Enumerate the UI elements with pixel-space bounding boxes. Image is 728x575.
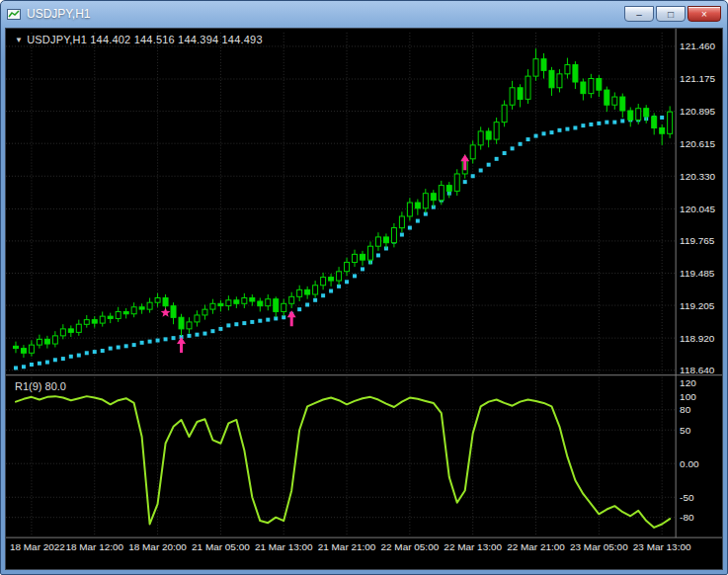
- maximize-button[interactable]: □: [656, 6, 686, 22]
- chart-area[interactable]: 121.460121.175120.895120.615120.330120.0…: [5, 28, 723, 570]
- time-tick-label: 22 Mar 21:00: [507, 541, 565, 552]
- time-tick-label: 23 Mar 05:00: [570, 541, 628, 552]
- window-title: USDJPY,H1: [27, 7, 90, 21]
- window-controls: – □ ×: [622, 6, 721, 22]
- indicator-tick-label: 0.00: [680, 458, 699, 469]
- indicator-label: R1(9) 80.0: [15, 380, 66, 392]
- time-tick-label: 18 Mar 20:00: [128, 541, 187, 552]
- price-tick-label: 118.640: [680, 365, 715, 375]
- price-tick-label: 120.330: [680, 171, 715, 182]
- indicator-tick-label: 50: [680, 425, 691, 436]
- price-tick-label: 118.920: [680, 333, 715, 344]
- chart-window-icon: [7, 9, 21, 20]
- time-tick-label: 22 Mar 13:00: [444, 541, 502, 552]
- close-button[interactable]: ×: [688, 6, 721, 22]
- indicator-tick-label: -50: [680, 492, 694, 503]
- time-tick-label: 23 Mar 13:00: [633, 541, 691, 552]
- time-tick-label: 22 Mar 05:00: [381, 541, 440, 552]
- symbol-ohlc-text: USDJPY,H1 144.402 144.516 144.394 144.49…: [27, 34, 263, 45]
- indicator-tick-label: -80: [680, 512, 694, 523]
- price-tick-label: 120.895: [680, 106, 715, 117]
- price-tick-label: 121.175: [680, 74, 715, 85]
- indicator-tick-label: 120: [680, 377, 696, 388]
- price-tick-label: 119.485: [680, 268, 715, 279]
- time-tick-label: 18 Mar 2022: [10, 541, 65, 552]
- price-tick-label: 119.205: [680, 300, 715, 311]
- time-tick-label: 18 Mar 12:00: [65, 541, 123, 552]
- price-tick-label: 120.045: [680, 204, 715, 214]
- symbol-ohlc-label[interactable]: ▼USDJPY,H1 144.402 144.516 144.394 144.4…: [15, 34, 263, 45]
- price-tick-label: 121.460: [680, 41, 715, 51]
- chart-background: [6, 29, 722, 569]
- price-chart-svg[interactable]: 121.460121.175120.895120.615120.330120.0…: [6, 29, 722, 569]
- time-tick-label: 21 Mar 13:00: [255, 541, 313, 552]
- price-tick-label: 120.615: [680, 138, 715, 149]
- application-window: USDJPY,H1 – □ × 121.460121.175120.895120…: [0, 0, 728, 575]
- symbol-dropdown-icon[interactable]: ▼: [15, 36, 23, 44]
- indicator-tick-label: 100: [680, 391, 696, 402]
- time-tick-label: 21 Mar 21:00: [318, 541, 376, 552]
- minimize-button[interactable]: –: [624, 6, 654, 22]
- title-bar[interactable]: USDJPY,H1 – □ ×: [1, 1, 727, 27]
- indicator-tick-label: 80: [680, 404, 691, 415]
- price-tick-label: 119.765: [680, 235, 715, 246]
- time-tick-label: 21 Mar 05:00: [192, 541, 250, 552]
